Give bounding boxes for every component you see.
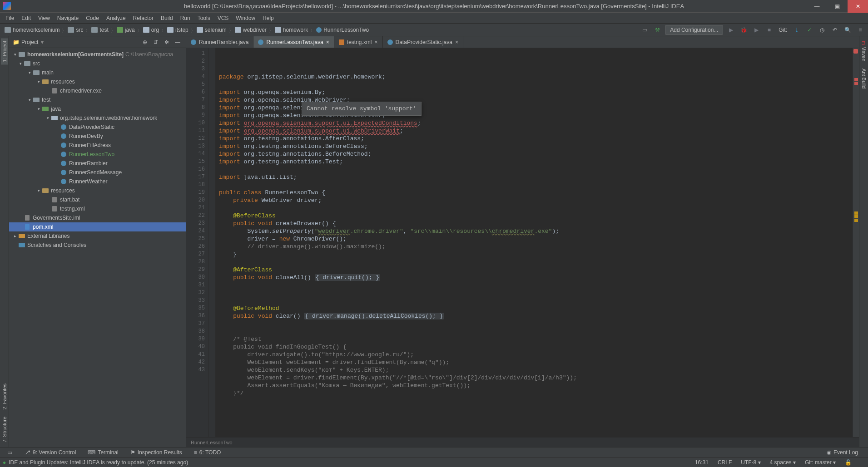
maven-tool-tab[interactable]: m Maven [860, 38, 868, 64]
close-button[interactable]: ✕ [848, 0, 868, 13]
tree-ext-libs[interactable]: ▸External Libraries [9, 231, 186, 241]
crumb-5[interactable]: itstep [165, 27, 190, 33]
warning-marker[interactable] [854, 215, 858, 218]
crumb-4[interactable]: org [141, 27, 161, 33]
show-tool-windows-icon[interactable]: ▭ [3, 448, 17, 457]
ide-settings-icon[interactable]: ≡ [855, 25, 865, 35]
tree-file-runnerdevby[interactable]: RunnerDevBy [9, 132, 186, 141]
tab-close-icon[interactable]: × [455, 39, 458, 45]
ant-tool-tab[interactable]: Ant Build [860, 66, 868, 91]
analysis-error-icon[interactable] [853, 49, 858, 54]
search-everywhere-icon[interactable]: 🔍 [843, 25, 853, 35]
project-view-selector[interactable]: 📁 Project ▾ [13, 39, 44, 45]
project-tool-tab[interactable]: 1: Project [1, 38, 8, 64]
menu-file[interactable]: File [2, 14, 18, 23]
crumb-3[interactable]: java [115, 27, 137, 33]
git-branch[interactable]: Git: master ▾ [800, 459, 840, 466]
crumb-7[interactable]: webdriver [233, 27, 268, 33]
line-separator[interactable]: CRLF [713, 459, 736, 466]
tree-src[interactable]: ▾src [9, 59, 186, 68]
tree-main[interactable]: ▾main [9, 68, 186, 77]
maximize-button[interactable]: ▣ [827, 0, 848, 13]
status-message[interactable]: ●IDE and Plugin Updates: IntelliJ IDEA i… [3, 459, 188, 466]
project-tree[interactable]: ▾homeworkselenium [GovermentsSite]C:\Use… [9, 48, 186, 447]
menu-analyze[interactable]: Analyze [103, 14, 129, 23]
warning-marker[interactable] [854, 211, 858, 215]
menu-vcs[interactable]: VCS [214, 14, 233, 23]
menu-tools[interactable]: Tools [194, 14, 214, 23]
crumb-2[interactable]: test [89, 27, 110, 33]
tree-test-java[interactable]: ▾java [9, 104, 186, 113]
settings-icon[interactable]: ✻ [162, 38, 171, 47]
tree-file-runnersendmessage[interactable]: RunnerSendMessage [9, 168, 186, 177]
stop-button[interactable]: ■ [764, 25, 774, 35]
warning-marker[interactable] [854, 219, 858, 222]
menu-view[interactable]: View [35, 14, 54, 23]
menu-window[interactable]: Window [232, 14, 259, 23]
add-configuration-button[interactable]: Add Configuration... [665, 25, 723, 35]
tree-file-runnerweather[interactable]: RunnerWeather [9, 177, 186, 186]
tree-file-runnerrambler[interactable]: RunnerRambler [9, 159, 186, 168]
menu-run[interactable]: Run [177, 14, 194, 23]
minimize-button[interactable]: — [807, 0, 827, 13]
crumb-8[interactable]: homework [273, 27, 310, 33]
tree-file-runnerfiladress[interactable]: RunnerFillAdress [9, 141, 186, 150]
menu-help[interactable]: Help [259, 14, 278, 23]
vcs-rollback-icon[interactable]: ↶ [830, 25, 840, 35]
inspection-tool-tab[interactable]: ⚑Inspection Results [126, 448, 187, 457]
tree-file-runnerlessontwo[interactable]: RunnerLessonTwo [9, 150, 186, 159]
menu-refactor[interactable]: Refactor [129, 14, 157, 23]
crumb-6[interactable]: selenium [195, 27, 228, 33]
code-editor[interactable]: 1234567891011121314151617181920212223242… [186, 48, 859, 437]
run-button[interactable]: ▶ [726, 25, 736, 35]
caret-position[interactable]: 16:31 [690, 459, 713, 466]
tree-main-resources[interactable]: ▾resources [9, 77, 186, 86]
tree-testng[interactable]: testng.xml [9, 204, 186, 213]
editor-tab-testng[interactable]: testng.xml× [334, 36, 383, 48]
tree-test-resources[interactable]: ▾resources [9, 186, 186, 195]
structure-tool-tab[interactable]: 7: Structure [1, 414, 8, 445]
vcs-commit-icon[interactable]: ✓ [804, 25, 814, 35]
error-marker[interactable] [854, 82, 858, 85]
favorites-tool-tab[interactable]: 2: Favorites [1, 381, 8, 412]
editor-tab-runnerlessontwo[interactable]: RunnerLessonTwo.java× [253, 36, 334, 48]
file-encoding[interactable]: UTF-8 ▾ [736, 459, 765, 466]
tree-chromedriver[interactable]: chromedriver.exe [9, 86, 186, 95]
editor-tab-dataproviderstatic[interactable]: DataProviderStatic.java× [383, 36, 463, 48]
editor-crumb-trail[interactable]: RunnerLessonTwo [186, 437, 859, 447]
indent-config[interactable]: 4 spaces ▾ [765, 459, 800, 466]
select-run-config-icon[interactable]: ▭ [640, 25, 650, 35]
event-log-tool-tab[interactable]: ◉Event Log [822, 448, 863, 457]
tab-close-icon[interactable]: × [375, 39, 378, 45]
menu-build[interactable]: Build [157, 14, 177, 23]
editor-tab-runnerrambler[interactable]: RunnerRambler.java [186, 36, 253, 48]
code-body[interactable]: package org.itstep.selenium.webdriver.ho… [215, 48, 853, 437]
error-stripe[interactable] [853, 48, 859, 437]
tree-file-dataproviderstatic[interactable]: DataProviderStatic [9, 123, 186, 132]
debug-button[interactable]: 🐞 [739, 25, 749, 35]
line-number-gutter[interactable]: 1234567891011121314151617181920212223242… [186, 48, 209, 437]
menu-navigate[interactable]: Navigate [54, 14, 82, 23]
vcs-update-icon[interactable]: ⭭ [792, 25, 802, 35]
crumb-0[interactable]: homeworkselenium [3, 27, 61, 33]
tree-startbat[interactable]: start.bat [9, 195, 186, 204]
tree-pom[interactable]: pom.xml [9, 222, 186, 231]
version-control-tool-tab[interactable]: ⎇9: Version Control [20, 448, 80, 457]
coverage-button[interactable]: ▶ [751, 25, 761, 35]
tab-close-icon[interactable]: × [326, 39, 329, 45]
menu-code[interactable]: Code [82, 14, 103, 23]
crumb-1[interactable]: src [66, 27, 85, 33]
fold-gutter[interactable] [209, 48, 215, 437]
vcs-history-icon[interactable]: ◷ [817, 25, 827, 35]
build-icon[interactable]: ⚒ [652, 25, 662, 35]
collapse-all-icon[interactable]: ⇵ [151, 38, 160, 47]
tree-package[interactable]: ▾org.itstep.selenium.webdriver.homework [9, 113, 186, 123]
hide-icon[interactable]: — [173, 38, 182, 47]
menu-edit[interactable]: Edit [18, 14, 35, 23]
terminal-tool-tab[interactable]: ⌨Terminal [83, 448, 123, 457]
todo-tool-tab[interactable]: ≡6: TODO [189, 448, 226, 457]
tree-root[interactable]: ▾homeworkselenium [GovermentsSite]C:\Use… [9, 50, 186, 59]
readonly-lock-icon[interactable]: 🔓 [840, 459, 856, 466]
tree-scratches[interactable]: Scratches and Consoles [9, 241, 186, 250]
tree-test[interactable]: ▾test [9, 95, 186, 104]
